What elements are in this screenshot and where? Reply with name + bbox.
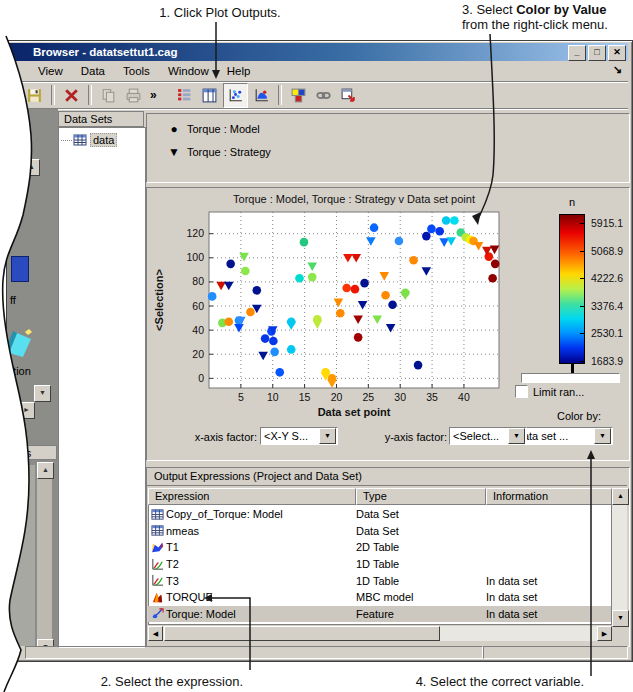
scroll-left-icon[interactable]: ◀ bbox=[148, 626, 163, 641]
expression-cell: TORQUE bbox=[166, 591, 356, 603]
x-tick-label: 25 bbox=[362, 391, 374, 403]
scatter-point-model[interactable] bbox=[360, 279, 369, 288]
scroll-right-icon[interactable]: ► bbox=[18, 402, 35, 419]
mbc-model-icon bbox=[151, 591, 166, 604]
scatter-point-model[interactable] bbox=[241, 267, 250, 276]
column-header-type[interactable]: Type bbox=[356, 488, 486, 505]
chevron-down-icon[interactable]: ▼ bbox=[319, 428, 336, 444]
limit-range-checkbox[interactable] bbox=[515, 385, 528, 398]
output-expressions-title: Output Expressions (Project and Data Set… bbox=[147, 468, 627, 486]
torn-list-fragment bbox=[9, 465, 35, 646]
more-buttons-icon[interactable]: » bbox=[150, 88, 156, 102]
plot-surface-icon[interactable] bbox=[250, 84, 273, 107]
x-axis-factor-dropdown[interactable]: <X-Y S... ▼ bbox=[260, 427, 338, 445]
scatter-point-model[interactable] bbox=[253, 286, 262, 295]
column-header-expression[interactable]: Expression bbox=[148, 488, 356, 505]
scatter-point-model[interactable] bbox=[295, 274, 304, 283]
scatter-point-model[interactable] bbox=[422, 232, 431, 241]
scatter-point-model[interactable] bbox=[485, 252, 494, 261]
table-row[interactable]: T21D Table bbox=[148, 556, 611, 573]
scrollbar-thumb[interactable] bbox=[164, 626, 440, 641]
scatter-point-model[interactable] bbox=[336, 309, 345, 318]
scatter-point-model[interactable] bbox=[246, 308, 255, 317]
maximize-button[interactable]: □ bbox=[588, 45, 606, 61]
scroll-up-icon[interactable]: ▲ bbox=[23, 159, 40, 176]
scatter-point-model[interactable] bbox=[224, 317, 233, 326]
plot-outputs-icon[interactable] bbox=[223, 83, 248, 108]
scatter-point-model[interactable] bbox=[354, 333, 363, 342]
torn-text-fragment: ation bbox=[7, 365, 31, 377]
close-button[interactable]: ✕ bbox=[608, 45, 626, 61]
column-header-information[interactable]: Information bbox=[486, 488, 612, 505]
minimize-button[interactable]: _ bbox=[568, 45, 586, 61]
callout-3-text: 3. Select Color by Valuefrom the right-c… bbox=[462, 2, 632, 32]
scatter-point-model[interactable] bbox=[308, 273, 317, 282]
datasets-panel-header: Data Sets bbox=[58, 111, 144, 127]
scatter-point-model[interactable] bbox=[427, 225, 436, 234]
view-table-icon[interactable] bbox=[198, 84, 221, 107]
tree-item-data[interactable]: data bbox=[61, 132, 145, 148]
scatter-point-model[interactable] bbox=[395, 237, 404, 246]
scatter-point-model[interactable] bbox=[370, 223, 379, 232]
scatter-point-model[interactable] bbox=[208, 292, 217, 301]
scatter-point-model[interactable] bbox=[435, 227, 444, 236]
vertical-scrollbar[interactable] bbox=[612, 505, 627, 625]
table-row[interactable]: T31D TableIn data set bbox=[148, 572, 611, 589]
table-row[interactable]: TORQUEMBC modelIn data set bbox=[148, 589, 611, 606]
plot-panel: Torque : Model, Torque : Strategy v Data… bbox=[146, 187, 630, 461]
scatter-point-model[interactable] bbox=[450, 216, 459, 225]
chevron-down-icon[interactable]: ▼ bbox=[594, 428, 611, 444]
delete-icon[interactable] bbox=[60, 84, 83, 107]
table-row[interactable]: Copy_of_Torque: ModelData Set bbox=[148, 506, 611, 523]
torn-scrollbar-track[interactable] bbox=[37, 477, 52, 646]
menu-tools[interactable]: Tools bbox=[114, 65, 159, 77]
table-row[interactable]: T12D Table bbox=[148, 539, 611, 556]
table-2d-icon bbox=[151, 541, 166, 554]
colorbar-tick-label: 1683.9 bbox=[591, 355, 633, 367]
save-icon[interactable] bbox=[23, 84, 46, 107]
scatter-plot[interactable]: 510152025303540020406080100120Data set p… bbox=[151, 194, 513, 432]
menu-view[interactable]: View bbox=[29, 65, 72, 77]
menu-data[interactable]: Data bbox=[72, 65, 114, 77]
title-bar[interactable]: Browser - datatsettut1.cag _ □ ✕ bbox=[9, 43, 628, 61]
chevron-down-icon[interactable]: ▼ bbox=[508, 428, 525, 444]
scatter-point-model[interactable] bbox=[409, 256, 418, 265]
y-axis-label: <Selection> bbox=[153, 269, 165, 331]
scroll-down-icon[interactable]: ▼ bbox=[34, 385, 51, 402]
colorbar-tick-label: 4222.6 bbox=[591, 272, 633, 284]
menu-window[interactable]: Window bbox=[159, 65, 218, 77]
link-icon[interactable] bbox=[312, 84, 335, 107]
scatter-point-model[interactable] bbox=[275, 368, 284, 377]
scatter-point-model[interactable] bbox=[488, 274, 497, 283]
scatter-point-model[interactable] bbox=[442, 216, 451, 225]
horizontal-scrollbar[interactable]: ◀ ▶ bbox=[148, 626, 612, 641]
colorbar-tick-label: 5068.9 bbox=[591, 245, 633, 257]
scatter-point-model[interactable] bbox=[261, 334, 270, 343]
scatter-point-model[interactable] bbox=[351, 285, 360, 294]
dock-arrow-icon[interactable]: ↘ bbox=[613, 63, 622, 76]
menu-help[interactable]: Help bbox=[218, 65, 260, 77]
scroll-up-icon[interactable]: ▲ bbox=[612, 488, 629, 505]
scatter-point-model[interactable] bbox=[226, 260, 235, 269]
scroll-up-icon[interactable]: ▲ bbox=[37, 462, 54, 479]
scatter-point-model[interactable] bbox=[269, 337, 278, 346]
scatter-point-model[interactable] bbox=[388, 301, 397, 310]
scatter-point-model[interactable] bbox=[342, 284, 351, 293]
export-data-icon[interactable] bbox=[337, 84, 360, 107]
table-row[interactable]: Torque: ModelFeatureIn data set bbox=[148, 606, 611, 623]
browser-window: Browser - datatsettut1.cag _ □ ✕ ViewDat… bbox=[6, 40, 633, 662]
scatter-point-model[interactable] bbox=[300, 238, 309, 247]
scatter-point-model[interactable] bbox=[287, 345, 296, 354]
table-row[interactable]: nmeasData Set bbox=[148, 523, 611, 540]
scatter-point-model[interactable] bbox=[414, 361, 423, 370]
scatter-point-model[interactable] bbox=[270, 348, 279, 357]
scatter-point-model[interactable] bbox=[381, 291, 390, 300]
colorbar-range-slider[interactable] bbox=[521, 373, 620, 383]
scatter-point-model[interactable] bbox=[491, 260, 500, 269]
view-list-icon[interactable] bbox=[173, 84, 196, 107]
scroll-right-icon[interactable]: ▶ bbox=[597, 626, 612, 641]
scroll-down-icon[interactable]: ▼ bbox=[612, 610, 629, 627]
color-by-value-icon[interactable] bbox=[287, 84, 310, 107]
y-axis-factor-dropdown[interactable]: <Select... ▼ bbox=[449, 427, 527, 445]
x-tick-label: 20 bbox=[331, 391, 343, 403]
